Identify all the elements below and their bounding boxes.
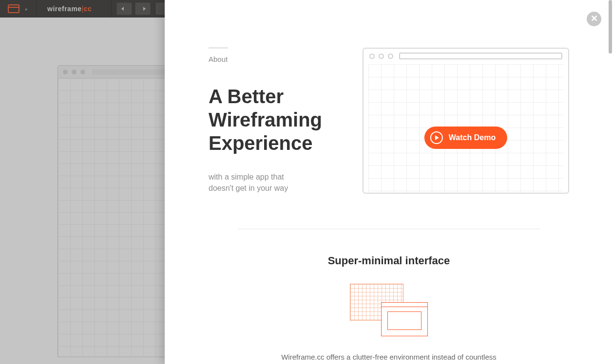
watch-demo-button[interactable]: Watch Demo <box>424 127 507 149</box>
sub-line: doesn't get in your way <box>209 184 288 192</box>
section-tag: About <box>209 55 345 63</box>
hero-subtext: with a simple app that doesn't get in yo… <box>209 171 311 194</box>
hero-illustration: Watch Demo <box>363 48 569 194</box>
hero-headline: A Better Wireframing Experience <box>209 85 345 155</box>
feature-heading: Super-minimal interface <box>209 255 569 267</box>
sub-line: with a simple app that <box>209 173 284 181</box>
window-dot-icon <box>369 54 375 59</box>
window-dot-icon <box>388 54 393 59</box>
play-icon <box>430 131 443 144</box>
about-panel: ✕ About A Better Wireframing Experience … <box>165 0 613 364</box>
section-divider <box>238 229 540 229</box>
illus-front-panel <box>381 302 428 336</box>
headline-line: A Better <box>209 86 284 107</box>
feature-section: Super-minimal interface Wireframe.cc off… <box>209 255 569 361</box>
tag-rule <box>209 48 228 48</box>
window-dot-icon <box>379 54 384 59</box>
watch-demo-label: Watch Demo <box>449 133 496 142</box>
illus-url-bar <box>399 53 562 59</box>
feature-illustration <box>350 284 428 336</box>
feature-body-text: Wireframe.cc offers a clutter-free envir… <box>277 353 501 361</box>
hero-section: About A Better Wireframing Experience wi… <box>209 48 569 194</box>
headline-line: Experience <box>209 132 312 154</box>
headline-line: Wireframing <box>209 109 322 130</box>
illus-browser-chrome <box>364 49 568 63</box>
